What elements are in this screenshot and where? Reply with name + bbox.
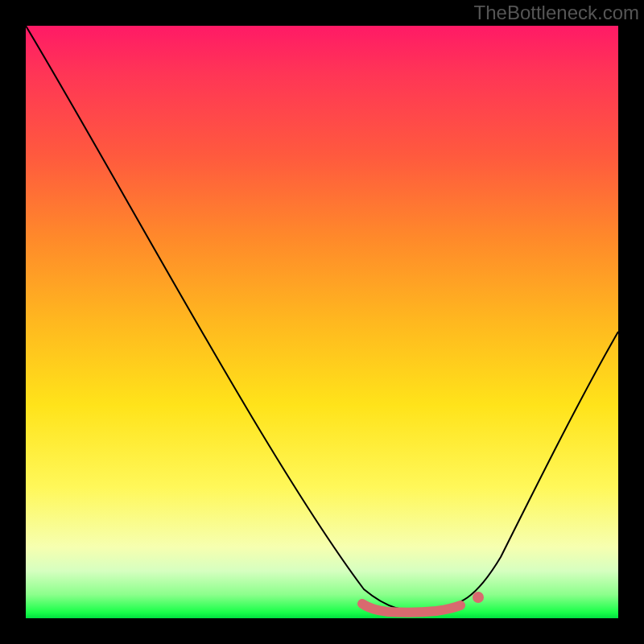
bottleneck-curve-line	[26, 26, 618, 611]
chart-frame: TheBottleneck.com	[0, 0, 644, 644]
chart-svg	[26, 26, 618, 618]
optimal-marker-dot	[473, 592, 484, 603]
plot-area	[26, 26, 618, 618]
optimal-range-highlight	[362, 604, 460, 613]
watermark-text: TheBottleneck.com	[474, 2, 639, 24]
